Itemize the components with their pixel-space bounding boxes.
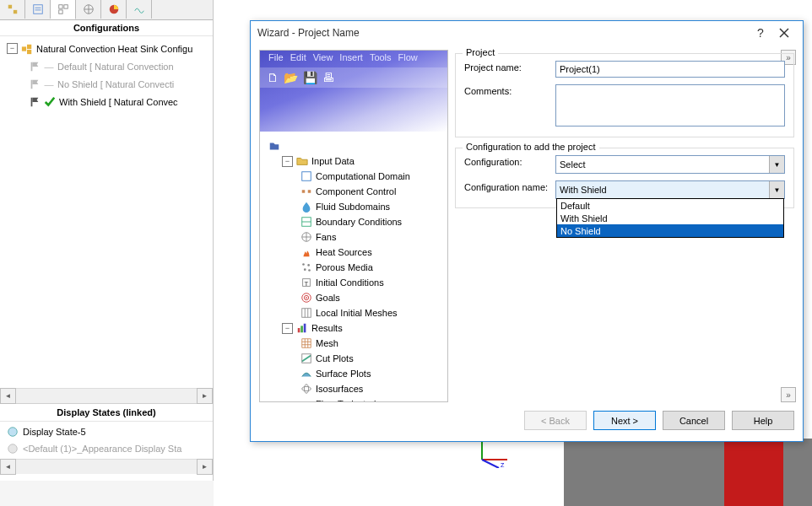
close-button[interactable] bbox=[772, 24, 796, 42]
display-state-label: <Default (1)>_Appearance Display Sta bbox=[23, 444, 181, 454]
boundary-icon bbox=[300, 216, 312, 228]
flag-icon bbox=[29, 96, 41, 108]
svg-line-22 bbox=[482, 460, 499, 468]
wizard-dialog: Wizard - Project Name ? File Edit View I… bbox=[250, 20, 804, 442]
display-states-list: Display State-5 <Default (1)>_Appearance… bbox=[0, 422, 213, 459]
configuration-name-label: Configuration name: bbox=[464, 180, 555, 192]
tree-item[interactable]: Porous Media bbox=[263, 260, 444, 275]
horizontal-scrollbar[interactable]: ◄ ► bbox=[0, 388, 213, 403]
display-state-item[interactable]: <Default (1)>_Appearance Display Sta bbox=[7, 440, 213, 457]
tree-item[interactable]: Computational Domain bbox=[263, 169, 444, 184]
tab-flow[interactable] bbox=[127, 0, 152, 19]
dropdown-option[interactable]: No Shield bbox=[557, 224, 783, 237]
tree-item[interactable]: Fluid Subdomains bbox=[263, 199, 444, 214]
scroll-right-icon[interactable]: ► bbox=[197, 388, 213, 404]
tab-assembly[interactable] bbox=[0, 0, 25, 19]
panel-tabs bbox=[0, 0, 213, 20]
tree-label: Mesh bbox=[316, 338, 338, 348]
tree-item[interactable]: Cut Plots bbox=[263, 351, 444, 366]
tree-label: Isosurfaces bbox=[316, 384, 363, 394]
svg-point-48 bbox=[302, 386, 311, 390]
close-icon bbox=[779, 28, 789, 38]
banner-toolbar: 🗋 📂 💾 🖶 bbox=[260, 67, 447, 88]
dropdown-option[interactable]: With Shield bbox=[557, 212, 783, 224]
config-item-default[interactable]: — Default [ Natural Convection bbox=[7, 57, 213, 75]
config-item-no-shield[interactable]: — No Shield [ Natural Convecti bbox=[7, 75, 213, 93]
comments-input[interactable] bbox=[555, 84, 785, 126]
wizard-form: » Project Project name: Comments: Config… bbox=[455, 50, 794, 402]
collapse-icon[interactable]: − bbox=[282, 156, 293, 167]
scroll-left-icon[interactable]: ◄ bbox=[0, 388, 16, 404]
svg-text:z: z bbox=[501, 460, 505, 468]
tree-label: Boundary Conditions bbox=[316, 217, 402, 227]
config-item-label: No Shield [ Natural Convecti bbox=[57, 79, 174, 89]
project-name-input[interactable] bbox=[555, 61, 785, 78]
goals-icon bbox=[300, 292, 312, 304]
svg-rect-14 bbox=[27, 49, 31, 53]
results-icon bbox=[296, 322, 308, 334]
tree-item[interactable]: Heat Sources bbox=[263, 245, 444, 260]
assembly-icon bbox=[21, 43, 33, 55]
configurations-tree: − Natural Convection Heat Sink Configu —… bbox=[0, 36, 213, 114]
svg-point-40 bbox=[306, 297, 307, 299]
banner-menu-item: Tools bbox=[370, 52, 392, 67]
horizontal-scrollbar[interactable]: ◄ ► bbox=[0, 459, 213, 474]
flag-icon bbox=[29, 61, 41, 73]
help-button[interactable]: Help bbox=[732, 411, 794, 430]
svg-rect-7 bbox=[58, 10, 62, 13]
banner-menu-item: Insert bbox=[339, 52, 363, 67]
dropdown-option[interactable]: Default bbox=[557, 199, 783, 212]
tree-results[interactable]: − Results bbox=[263, 320, 444, 336]
svg-rect-15 bbox=[31, 62, 33, 71]
scroll-left-icon[interactable]: ◄ bbox=[0, 459, 16, 475]
configuration-name-select[interactable]: With Shield ▼ Default With Shield No Shi… bbox=[555, 180, 785, 199]
tree-item[interactable]: Flow Trajectories bbox=[263, 396, 444, 401]
group-legend: Configuration to add the project bbox=[463, 142, 599, 152]
collapse-icon[interactable]: − bbox=[282, 323, 293, 334]
configurations-heading: Configurations bbox=[0, 20, 213, 36]
tree-item[interactable]: Boundary Conditions bbox=[263, 214, 444, 229]
collapse-icon[interactable]: − bbox=[7, 43, 18, 54]
tree-item[interactable]: Surface Plots bbox=[263, 366, 444, 381]
heat-icon bbox=[300, 246, 312, 258]
svg-rect-2 bbox=[33, 5, 42, 14]
display-states-heading: Display States (linked) bbox=[0, 403, 213, 422]
project-icon bbox=[268, 140, 280, 152]
expand-bottom-button[interactable]: » bbox=[781, 387, 796, 402]
tree-item[interactable]: Isosurfaces bbox=[263, 381, 444, 396]
svg-rect-44 bbox=[298, 328, 300, 332]
dash-icon: — bbox=[44, 62, 54, 72]
tree-root[interactable] bbox=[263, 138, 444, 153]
dialog-titlebar[interactable]: Wizard - Project Name ? bbox=[251, 21, 803, 45]
tab-dimxpert[interactable] bbox=[76, 0, 101, 19]
folder-icon bbox=[296, 155, 308, 167]
banner-menu-item: Flow bbox=[398, 52, 418, 67]
fan-icon bbox=[300, 231, 312, 243]
chevron-down-icon: ▼ bbox=[769, 156, 784, 173]
new-icon: 🗋 bbox=[267, 71, 279, 84]
next-button[interactable]: Next > bbox=[593, 411, 656, 430]
tree-item[interactable]: Local Initial Meshes bbox=[263, 305, 444, 320]
dash-icon: — bbox=[44, 79, 54, 89]
tab-configuration[interactable] bbox=[51, 0, 76, 19]
cancel-button[interactable]: Cancel bbox=[663, 411, 725, 430]
svg-rect-17 bbox=[31, 97, 33, 106]
svg-rect-6 bbox=[63, 5, 67, 8]
configuration-select[interactable]: Select ▼ bbox=[555, 155, 785, 174]
config-item-with-shield[interactable]: With Shield [ Natural Convec bbox=[7, 93, 213, 110]
config-root[interactable]: − Natural Convection Heat Sink Configu bbox=[7, 40, 213, 57]
tree-input-data[interactable]: − Input Data bbox=[263, 153, 444, 169]
sphere-icon bbox=[7, 426, 19, 438]
tab-property[interactable] bbox=[25, 0, 51, 19]
tab-display[interactable] bbox=[101, 0, 127, 19]
svg-point-49 bbox=[304, 385, 308, 394]
display-state-item[interactable]: Display State-5 bbox=[7, 423, 213, 440]
tree-item[interactable]: Mesh bbox=[263, 336, 444, 351]
help-button[interactable]: ? bbox=[749, 24, 772, 42]
tree-item[interactable]: Goals bbox=[263, 290, 444, 305]
tree-item[interactable]: TInitial Conditions bbox=[263, 275, 444, 290]
tree-item[interactable]: Fans bbox=[263, 229, 444, 245]
scroll-right-icon[interactable]: ► bbox=[197, 459, 213, 475]
tree-item[interactable]: Component Control bbox=[263, 184, 444, 199]
cutplot-icon bbox=[300, 353, 312, 364]
